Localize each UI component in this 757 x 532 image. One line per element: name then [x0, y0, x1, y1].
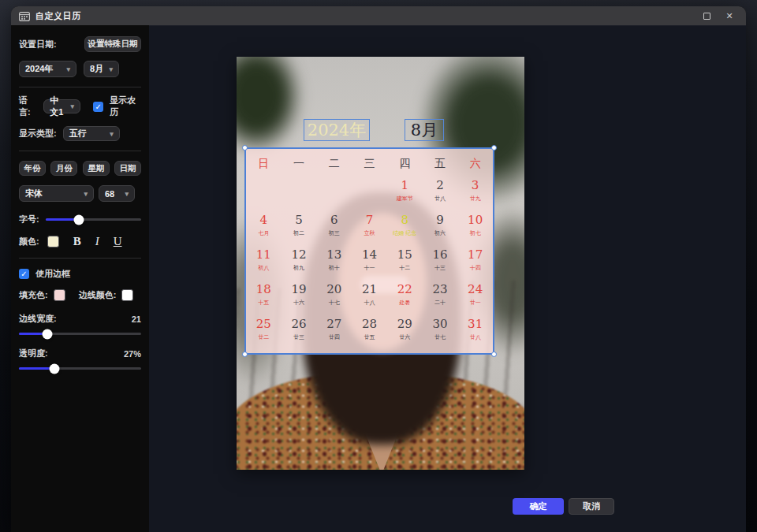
calendar-day-30: 30廿七	[423, 318, 458, 352]
weekday-label: 日	[246, 157, 282, 171]
lunar-label: 初七	[470, 229, 481, 237]
calendar-day-1: 1建军节	[387, 179, 423, 214]
calendar-day-14: 14十一	[352, 248, 387, 283]
lunar-label: 七月	[258, 229, 269, 237]
calendar-grid: 1建军节2廿八3廿九4七月5初二6初三7立秋8结婚 纪念9初六10初七11初八1…	[246, 179, 493, 352]
slider-thumb[interactable]	[74, 214, 84, 225]
calendar-day-27: 27廿四	[316, 318, 352, 352]
use-border-checkbox[interactable]: ✓	[19, 269, 29, 279]
opacity-label: 透明度:	[19, 348, 48, 359]
lunar-label: 结婚 纪念	[393, 229, 416, 237]
day-number: 5	[295, 214, 303, 227]
part-button-week[interactable]: 星期	[83, 161, 110, 176]
lunar-label: 廿三	[293, 333, 304, 341]
chevron-down-icon: ▾	[66, 65, 70, 73]
underline-button[interactable]: U	[114, 235, 122, 248]
lunar-label: 十二	[399, 264, 410, 272]
lunar-label: 二十	[434, 299, 446, 307]
day-number: 12	[292, 248, 307, 262]
slider-thumb[interactable]	[42, 329, 52, 339]
lunar-label: 十七	[329, 299, 340, 307]
settings-sidebar: 设置日期: 设置特殊日期 2024年 ▾ 8月 ▾ 语言: 中文1 ▾	[11, 25, 149, 532]
lunar-label: 廿四	[329, 333, 340, 341]
show-lunar-checkbox[interactable]: ✓	[93, 102, 103, 112]
window-title: 自定义日历	[35, 10, 81, 22]
lunar-label: 十四	[470, 264, 481, 272]
bold-button[interactable]: B	[73, 235, 81, 248]
calendar-day-11: 11初八	[246, 248, 282, 283]
lunar-label: 初九	[293, 264, 304, 272]
month-select-value: 8月	[90, 63, 103, 75]
day-number: 21	[362, 283, 377, 296]
language-select[interactable]: 中文1 ▾	[43, 99, 80, 113]
font-size-select[interactable]: 68 ▾	[99, 185, 135, 202]
font-size-slider[interactable]	[46, 218, 141, 221]
lunar-label: 十五	[258, 299, 269, 307]
year-select[interactable]: 2024年 ▾	[19, 61, 76, 77]
opacity-slider[interactable]	[19, 367, 141, 370]
calendar-day-18: 18十五	[246, 283, 282, 318]
cancel-button[interactable]: 取消	[569, 498, 614, 515]
day-number: 1	[401, 179, 408, 192]
calendar-day-20: 20十七	[316, 283, 352, 318]
divider	[19, 87, 141, 87]
calendar-day-7: 7立秋	[352, 214, 387, 248]
day-number: 19	[292, 283, 307, 296]
titlebar: 自定义日历 ✕	[11, 6, 746, 25]
calendar-day-26: 26廿三	[282, 318, 317, 352]
maximize-icon	[703, 13, 710, 20]
line-color-swatch[interactable]	[121, 289, 133, 301]
show-lunar-label: 显示农历	[110, 95, 141, 118]
language-label: 语言:	[19, 95, 37, 118]
part-button-year[interactable]: 年份	[19, 161, 46, 176]
resize-handle-bottom-right[interactable]	[491, 352, 497, 357]
calendar-day-12: 12初九	[282, 248, 317, 283]
calendar-day-10: 10初七	[457, 214, 493, 248]
fill-color-label: 填充色:	[19, 289, 48, 301]
text-color-swatch[interactable]	[47, 236, 59, 247]
photo-canvas[interactable]: 2024年 8月 日一二三四五六 1建军节2廿八3廿九4七月5初二6初三7立秋8…	[237, 57, 524, 470]
display-type-value: 五行	[69, 128, 87, 140]
calendar-overlay[interactable]: 日一二三四五六 1建军节2廿八3廿九4七月5初二6初三7立秋8结婚 纪念9初六1…	[244, 147, 494, 355]
calendar-day-5: 5初二	[282, 214, 317, 248]
calendar-day-28: 28廿五	[352, 318, 387, 352]
chevron-down-icon: ▾	[125, 190, 129, 198]
fill-color-swatch[interactable]	[54, 289, 65, 301]
weekday-label: 六	[457, 157, 493, 171]
resize-handle-top-right[interactable]	[491, 145, 497, 151]
resize-handle-top-left[interactable]	[242, 145, 248, 151]
ok-button[interactable]: 确定	[513, 498, 564, 515]
weekday-label: 四	[387, 157, 423, 171]
close-button[interactable]: ✕	[721, 9, 738, 23]
day-number: 23	[432, 283, 447, 296]
line-width-slider[interactable]	[19, 333, 141, 335]
day-number: 26	[292, 318, 307, 331]
weekday-label: 二	[316, 157, 352, 171]
italic-button[interactable]: I	[95, 235, 99, 248]
slider-thumb[interactable]	[49, 363, 59, 374]
divider	[19, 258, 141, 259]
month-select[interactable]: 8月 ▾	[84, 61, 119, 77]
maximize-button[interactable]	[698, 9, 715, 23]
day-number: 24	[468, 283, 483, 296]
calendar-day-29: 29廿六	[387, 318, 423, 352]
day-number: 29	[397, 318, 412, 331]
part-button-date[interactable]: 日期	[114, 161, 141, 176]
calendar-day-19: 19十六	[282, 283, 317, 318]
special-date-button[interactable]: 设置特殊日期	[84, 36, 141, 52]
part-button-month[interactable]: 月份	[50, 161, 77, 176]
font-size-slider-label: 字号:	[19, 214, 39, 225]
font-family-select[interactable]: 宋体 ▾	[19, 185, 94, 202]
lunar-label: 廿八	[470, 333, 481, 341]
display-type-select[interactable]: 五行 ▾	[63, 126, 120, 141]
lunar-label: 初二	[293, 229, 304, 237]
day-number: 31	[468, 318, 483, 331]
resize-handle-bottom-left[interactable]	[242, 352, 248, 357]
month-title-box[interactable]: 8月	[405, 119, 444, 141]
calendar-day-empty	[316, 179, 352, 214]
calendar-day-21: 21十八	[352, 283, 387, 318]
weekday-label: 三	[352, 157, 387, 171]
day-number: 30	[432, 318, 447, 331]
day-number: 15	[397, 248, 412, 262]
year-title-box[interactable]: 2024年	[304, 119, 370, 141]
